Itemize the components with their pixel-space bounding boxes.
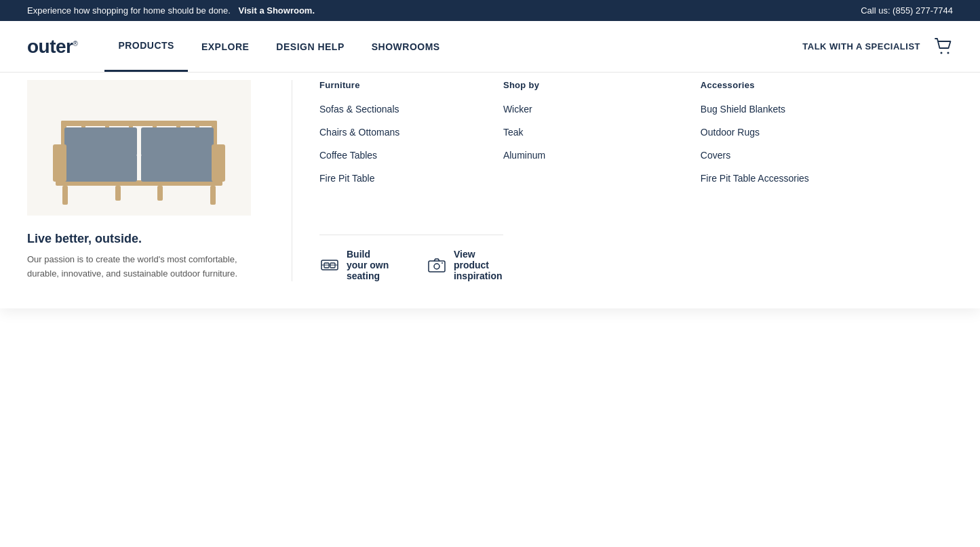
link-wicker[interactable]: Wicker <box>503 104 687 115</box>
link-aluminum[interactable]: Aluminum <box>503 150 687 161</box>
cart-icon[interactable] <box>934 37 953 56</box>
dropdown-columns: Furniture Sofas & Sectionals Chairs & Ot… <box>292 80 953 249</box>
accessories-column: Accessories Bug Shield Blankets Outdoor … <box>701 80 953 249</box>
logo[interactable]: outer® <box>27 36 77 58</box>
svg-rect-7 <box>62 186 68 205</box>
nav-item-products[interactable]: PRODUCTS <box>104 21 188 72</box>
link-chairs-ottomans[interactable]: Chairs & Ottomans <box>319 127 490 138</box>
dropdown-preview: Live better, outside. Our passion is to … <box>27 80 264 249</box>
link-covers[interactable]: Covers <box>701 150 939 161</box>
svg-rect-18 <box>141 155 214 182</box>
accessories-header: Accessories <box>701 80 939 90</box>
svg-rect-10 <box>157 186 163 201</box>
svg-rect-21 <box>53 144 66 182</box>
furniture-header: Furniture <box>319 80 490 90</box>
header-right: TALK WITH A SPECIALIST <box>802 37 953 56</box>
link-sofas-sectionals[interactable]: Sofas & Sectionals <box>319 104 490 115</box>
sofa-image <box>27 80 251 216</box>
link-fire-pit-table[interactable]: Fire Pit Table <box>319 173 490 184</box>
nav-item-design-help[interactable]: DESIGN HELP <box>262 22 357 71</box>
top-banner: Experience how shopping for home should … <box>0 0 980 21</box>
furniture-column: Furniture Sofas & Sectionals Chairs & Ot… <box>319 80 503 221</box>
shop-by-column: Shop by Wicker Teak Aluminum <box>503 80 701 249</box>
link-bug-shield[interactable]: Bug Shield Blankets <box>701 104 939 115</box>
svg-rect-17 <box>64 155 137 182</box>
products-dropdown: Live better, outside. Our passion is to … <box>0 59 980 249</box>
link-fire-pit-accessories[interactable]: Fire Pit Table Accessories <box>701 173 939 184</box>
banner-phone: Call us: (855) 277-7744 <box>861 5 953 16</box>
banner-left: Experience how shopping for home should … <box>27 5 315 16</box>
svg-rect-20 <box>141 127 214 156</box>
svg-point-1 <box>947 52 949 54</box>
visit-showroom-link[interactable]: Visit a Showroom. <box>239 5 315 16</box>
link-outdoor-rugs[interactable]: Outdoor Rugs <box>701 127 939 138</box>
main-nav: PRODUCTS EXPLORE DESIGN HELP SHOWROOMS <box>104 21 802 72</box>
svg-rect-19 <box>64 127 137 156</box>
svg-rect-8 <box>210 186 216 205</box>
shop-by-header: Shop by <box>503 80 687 90</box>
link-coffee-tables[interactable]: Coffee Tables <box>319 150 490 161</box>
preview-tagline: Live better, outside. <box>27 232 264 246</box>
link-teak[interactable]: Teak <box>503 127 687 138</box>
dropdown-footer: Build your own seating View product insp… <box>319 235 503 249</box>
svg-rect-22 <box>212 144 225 182</box>
talk-specialist-link[interactable]: TALK WITH A SPECIALIST <box>802 41 920 52</box>
svg-rect-9 <box>115 186 121 201</box>
svg-point-0 <box>941 52 943 54</box>
nav-item-explore[interactable]: EXPLORE <box>188 22 262 71</box>
header: outer® PRODUCTS EXPLORE DESIGN HELP SHOW… <box>0 21 980 73</box>
banner-text: Experience how shopping for home should … <box>27 5 231 16</box>
nav-item-showrooms[interactable]: SHOWROOMS <box>358 22 454 71</box>
